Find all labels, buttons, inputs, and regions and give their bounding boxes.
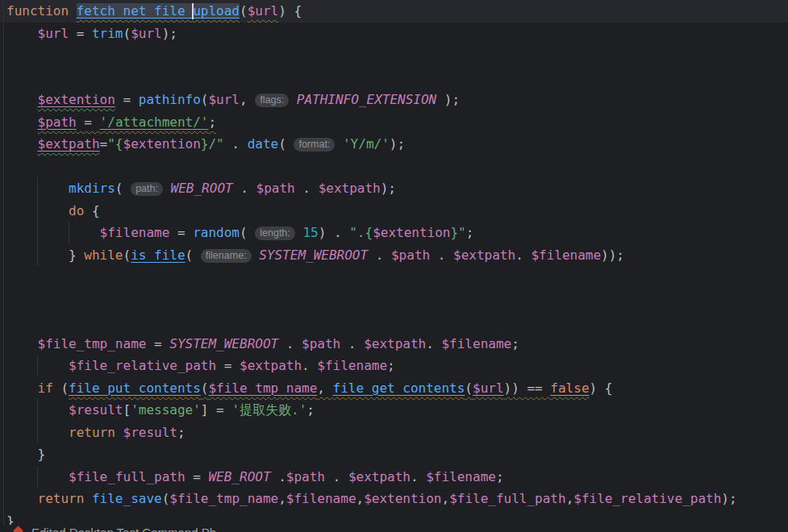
- red-diamond-icon: [13, 526, 23, 532]
- warning-squiggle: file_put_contents: [69, 380, 201, 396]
- code-token: )): [504, 380, 527, 396]
- code-area[interactable]: function fetch_net_file_upload($url) { $…: [0, 0, 788, 532]
- code-token: =: [216, 358, 240, 373]
- code-line[interactable]: }: [0, 443, 788, 466]
- code-token: );: [162, 26, 177, 41]
- code-line[interactable]: if (file_put_contents($file_tmp_name, fi…: [0, 377, 788, 400]
- code-line[interactable]: $extpath="{$extention}/" . date( format:…: [0, 133, 788, 156]
- code-token: $extention: [123, 136, 201, 152]
- code-token: $file_full_path: [69, 469, 186, 484]
- code-token: file_save: [92, 491, 162, 506]
- code-token: ;: [387, 358, 395, 373]
- code-token: .: [271, 469, 286, 484]
- code-token: date: [248, 136, 279, 152]
- code-token: [252, 247, 260, 263]
- code-token: $filename: [531, 247, 601, 263]
- warning-squiggle: false: [550, 380, 589, 396]
- code-token: WEB_ROOT: [171, 181, 233, 196]
- code-token: }: [6, 247, 84, 263]
- code-token: $url: [248, 3, 279, 19]
- code-line[interactable]: $url = trim($url);: [0, 23, 788, 45]
- code-line[interactable]: $filename = random( length: 15) . ".{$ex…: [0, 222, 788, 244]
- indent-guide: [37, 177, 38, 266]
- code-token: mkdirs: [69, 181, 115, 196]
- code-line[interactable]: $file_full_path = WEB_ROOT .$path . $ext…: [0, 466, 788, 488]
- code-token: $path: [38, 114, 77, 130]
- warning-squiggle: ,: [317, 380, 332, 396]
- code-token: file_get_contents: [333, 380, 465, 396]
- code-line[interactable]: $result['message'] = '提取失败.';: [0, 399, 788, 422]
- code-token: [6, 114, 38, 130]
- code-token: $result: [123, 425, 177, 440]
- code-token: );: [721, 491, 736, 506]
- code-line[interactable]: } while(is_file( filename: SYSTEM_WEBROO…: [0, 244, 788, 267]
- code-token: 'Y/m/': [343, 136, 390, 152]
- inlay-hint-pill[interactable]: path:: [131, 182, 163, 196]
- warning-squiggle: upload: [193, 3, 240, 19]
- code-token: ;: [208, 114, 216, 130]
- code-token: .: [224, 136, 248, 152]
- code-line[interactable]: $extention = pathinfo($url, flags: PATHI…: [0, 89, 788, 111]
- code-token: (: [115, 181, 131, 196]
- code-token: (: [240, 225, 255, 240]
- code-token: $extention: [364, 491, 441, 506]
- code-token: .: [325, 469, 348, 484]
- code-token: [115, 425, 123, 440]
- code-line[interactable]: [0, 289, 788, 311]
- code-token: $filename: [100, 225, 170, 240]
- code-token: [: [123, 402, 131, 418]
- code-token: ,: [278, 491, 286, 506]
- code-line[interactable]: $file_relative_path = $extpath. $filenam…: [0, 355, 788, 377]
- breadcrumb-bar[interactable]: Edited Desktop Test Command Ph: [0, 525, 788, 532]
- code-line[interactable]: mkdirs( path: WEB_ROOT . $path . $extpat…: [0, 177, 788, 200]
- code-token: 'message': [131, 402, 201, 418]
- code-line[interactable]: [0, 44, 788, 67]
- code-line[interactable]: [0, 67, 788, 89]
- code-line[interactable]: return file_save($file_tmp_name,$filenam…: [0, 488, 788, 510]
- code-editor[interactable]: function fetch_net_file_upload($url) { $…: [0, 0, 788, 532]
- code-token: }: [6, 447, 45, 462]
- code-token: $url: [38, 26, 69, 41]
- code-token: [84, 491, 92, 506]
- code-token: $file_tmp_name: [38, 336, 147, 351]
- code-token: ;: [511, 336, 519, 351]
- code-token: trim: [92, 26, 123, 41]
- warning-squiggle: $path: [38, 114, 77, 130]
- code-token: SYSTEM_WEBROOT: [169, 336, 278, 351]
- code-token: [6, 491, 38, 506]
- code-line[interactable]: [0, 266, 788, 289]
- code-line[interactable]: [0, 156, 788, 178]
- code-token: [6, 26, 38, 41]
- indent-guide: [69, 222, 69, 244]
- code-token: [6, 336, 38, 351]
- warning-squiggle: fetch_net_file_: [77, 3, 194, 19]
- code-token: ) {: [590, 380, 613, 396]
- code-token: [289, 92, 297, 107]
- code-token: ;: [466, 225, 474, 240]
- inlay-hint-pill[interactable]: flags:: [255, 94, 289, 107]
- code-token: SYSTEM_WEBROOT: [259, 247, 368, 263]
- inlay-hint-pill[interactable]: length:: [255, 227, 295, 240]
- code-line[interactable]: [0, 310, 788, 333]
- code-token: =: [100, 136, 108, 152]
- code-line[interactable]: function fetch_net_file_upload($url) {: [0, 0, 788, 23]
- code-line[interactable]: do {: [0, 200, 788, 222]
- code-token: $path: [286, 469, 325, 484]
- code-token: ==: [527, 380, 550, 396]
- code-line[interactable]: $path = '/attachment/';: [0, 111, 788, 134]
- code-line[interactable]: $file_tmp_name = SYSTEM_WEBROOT . $path …: [0, 333, 788, 355]
- warning-squiggle: )): [504, 380, 527, 396]
- breadcrumb-text[interactable]: Edited Desktop Test Command Ph: [31, 526, 216, 532]
- code-token: $extention: [373, 225, 450, 240]
- code-token: [163, 181, 171, 196]
- code-token: =: [69, 26, 92, 41]
- code-token: ;: [496, 469, 504, 484]
- code-token: [6, 136, 38, 152]
- code-token: fetch_net_file_: [77, 3, 194, 19]
- inlay-hint-pill[interactable]: format:: [294, 138, 335, 152]
- code-line[interactable]: return $result;: [0, 422, 788, 444]
- code-token: (: [240, 3, 248, 19]
- code-token: .: [368, 247, 391, 263]
- code-token: ) {: [278, 3, 302, 19]
- inlay-hint-pill[interactable]: filename:: [201, 249, 252, 263]
